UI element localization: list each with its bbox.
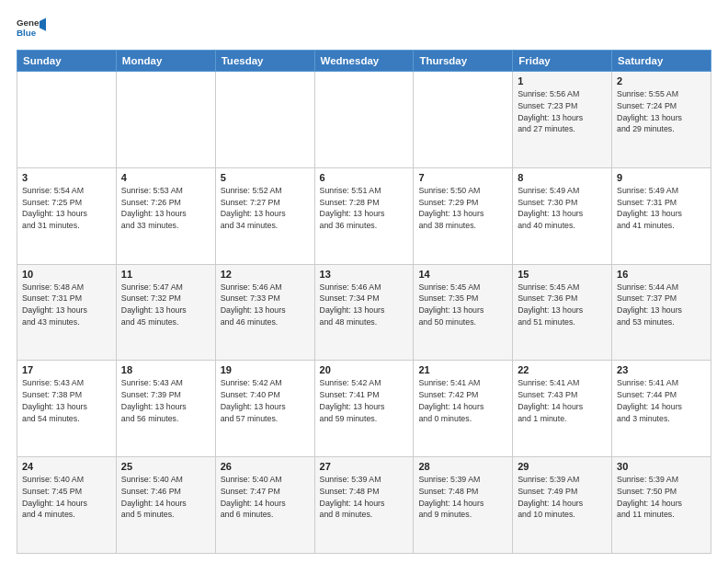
day-number: 7 xyxy=(418,172,507,183)
day-info: Sunrise: 5:40 AMSunset: 7:46 PMDaylight:… xyxy=(121,474,210,521)
day-number: 4 xyxy=(121,172,210,183)
day-number: 28 xyxy=(418,461,507,472)
day-info: Sunrise: 5:46 AMSunset: 7:34 PMDaylight:… xyxy=(320,282,409,328)
day-cell: 19Sunrise: 5:42 AMSunset: 7:40 PMDayligh… xyxy=(215,361,314,457)
day-number: 12 xyxy=(221,269,310,280)
day-cell: 10Sunrise: 5:48 AMSunset: 7:31 PMDayligh… xyxy=(17,264,117,361)
day-number: 29 xyxy=(518,461,607,472)
day-cell: 30Sunrise: 5:39 AMSunset: 7:50 PMDayligh… xyxy=(612,457,711,554)
day-info: Sunrise: 5:44 AMSunset: 7:37 PMDaylight:… xyxy=(617,282,706,328)
day-number: 8 xyxy=(518,172,607,183)
weekday-header-thursday: Thursday xyxy=(414,51,513,72)
day-cell: 11Sunrise: 5:47 AMSunset: 7:32 PMDayligh… xyxy=(116,264,215,361)
day-cell xyxy=(116,72,215,168)
day-cell: 17Sunrise: 5:43 AMSunset: 7:38 PMDayligh… xyxy=(17,361,117,457)
day-number: 25 xyxy=(121,461,210,472)
day-cell: 7Sunrise: 5:50 AMSunset: 7:29 PMDaylight… xyxy=(414,167,513,264)
day-cell xyxy=(314,72,414,168)
day-info: Sunrise: 5:45 AMSunset: 7:36 PMDaylight:… xyxy=(518,282,607,328)
day-info: Sunrise: 5:39 AMSunset: 7:48 PMDaylight:… xyxy=(418,474,507,521)
day-info: Sunrise: 5:41 AMSunset: 7:42 PMDaylight:… xyxy=(418,377,507,424)
day-number: 5 xyxy=(221,172,310,183)
day-number: 9 xyxy=(617,172,706,183)
day-cell: 14Sunrise: 5:45 AMSunset: 7:35 PMDayligh… xyxy=(414,264,513,361)
weekday-header-sunday: Sunday xyxy=(17,51,117,72)
week-row-2: 3Sunrise: 5:54 AMSunset: 7:25 PMDaylight… xyxy=(17,167,711,264)
week-row-3: 10Sunrise: 5:48 AMSunset: 7:31 PMDayligh… xyxy=(17,264,711,361)
day-cell: 20Sunrise: 5:42 AMSunset: 7:41 PMDayligh… xyxy=(314,361,414,457)
day-cell: 5Sunrise: 5:52 AMSunset: 7:27 PMDaylight… xyxy=(215,167,314,264)
day-number: 11 xyxy=(121,269,210,280)
weekday-header-saturday: Saturday xyxy=(612,51,711,72)
day-cell: 16Sunrise: 5:44 AMSunset: 7:37 PMDayligh… xyxy=(612,264,711,361)
day-info: Sunrise: 5:42 AMSunset: 7:40 PMDaylight:… xyxy=(221,377,310,424)
calendar-page: General Blue SundayMondayTuesdayWednesda… xyxy=(0,0,728,563)
day-cell: 18Sunrise: 5:43 AMSunset: 7:39 PMDayligh… xyxy=(116,361,215,457)
day-cell: 15Sunrise: 5:45 AMSunset: 7:36 PMDayligh… xyxy=(513,264,612,361)
day-info: Sunrise: 5:41 AMSunset: 7:44 PMDaylight:… xyxy=(617,377,706,424)
day-info: Sunrise: 5:54 AMSunset: 7:25 PMDaylight:… xyxy=(22,185,111,232)
day-info: Sunrise: 5:45 AMSunset: 7:35 PMDaylight:… xyxy=(418,282,507,328)
day-number: 26 xyxy=(221,461,310,472)
day-info: Sunrise: 5:42 AMSunset: 7:41 PMDaylight:… xyxy=(320,377,409,424)
day-info: Sunrise: 5:51 AMSunset: 7:28 PMDaylight:… xyxy=(320,185,409,232)
day-number: 1 xyxy=(518,75,607,86)
day-info: Sunrise: 5:40 AMSunset: 7:45 PMDaylight:… xyxy=(22,474,111,521)
day-info: Sunrise: 5:56 AMSunset: 7:23 PMDaylight:… xyxy=(518,88,607,135)
day-cell: 4Sunrise: 5:53 AMSunset: 7:26 PMDaylight… xyxy=(116,167,215,264)
day-info: Sunrise: 5:40 AMSunset: 7:47 PMDaylight:… xyxy=(221,474,310,521)
logo: General Blue xyxy=(17,15,46,44)
day-number: 21 xyxy=(418,364,507,375)
day-number: 18 xyxy=(121,364,210,375)
day-number: 15 xyxy=(518,269,607,280)
day-number: 17 xyxy=(22,364,111,375)
day-number: 22 xyxy=(518,364,607,375)
day-cell: 25Sunrise: 5:40 AMSunset: 7:46 PMDayligh… xyxy=(116,457,215,554)
day-info: Sunrise: 5:53 AMSunset: 7:26 PMDaylight:… xyxy=(121,185,210,232)
day-number: 13 xyxy=(320,269,409,280)
day-cell: 23Sunrise: 5:41 AMSunset: 7:44 PMDayligh… xyxy=(612,361,711,457)
day-info: Sunrise: 5:39 AMSunset: 7:48 PMDaylight:… xyxy=(320,474,409,521)
day-number: 14 xyxy=(418,269,507,280)
day-cell: 13Sunrise: 5:46 AMSunset: 7:34 PMDayligh… xyxy=(314,264,414,361)
weekday-header-tuesday: Tuesday xyxy=(215,51,314,72)
day-number: 16 xyxy=(617,269,706,280)
day-info: Sunrise: 5:39 AMSunset: 7:50 PMDaylight:… xyxy=(617,474,706,521)
day-cell: 1Sunrise: 5:56 AMSunset: 7:23 PMDaylight… xyxy=(513,72,612,168)
day-info: Sunrise: 5:43 AMSunset: 7:38 PMDaylight:… xyxy=(22,377,111,424)
day-cell: 28Sunrise: 5:39 AMSunset: 7:48 PMDayligh… xyxy=(414,457,513,554)
weekday-header-monday: Monday xyxy=(116,51,215,72)
day-number: 24 xyxy=(22,461,111,472)
day-number: 19 xyxy=(221,364,310,375)
day-number: 20 xyxy=(320,364,409,375)
day-cell: 21Sunrise: 5:41 AMSunset: 7:42 PMDayligh… xyxy=(414,361,513,457)
day-cell: 2Sunrise: 5:55 AMSunset: 7:24 PMDaylight… xyxy=(612,72,711,168)
day-cell: 12Sunrise: 5:46 AMSunset: 7:33 PMDayligh… xyxy=(215,264,314,361)
day-cell: 24Sunrise: 5:40 AMSunset: 7:45 PMDayligh… xyxy=(17,457,117,554)
day-number: 23 xyxy=(617,364,706,375)
day-number: 27 xyxy=(320,461,409,472)
day-number: 3 xyxy=(22,172,111,183)
weekday-header-row: SundayMondayTuesdayWednesdayThursdayFrid… xyxy=(17,51,711,72)
day-cell: 8Sunrise: 5:49 AMSunset: 7:30 PMDaylight… xyxy=(513,167,612,264)
day-cell: 26Sunrise: 5:40 AMSunset: 7:47 PMDayligh… xyxy=(215,457,314,554)
day-cell xyxy=(414,72,513,168)
day-info: Sunrise: 5:50 AMSunset: 7:29 PMDaylight:… xyxy=(418,185,507,232)
day-cell xyxy=(215,72,314,168)
day-cell: 6Sunrise: 5:51 AMSunset: 7:28 PMDaylight… xyxy=(314,167,414,264)
day-info: Sunrise: 5:55 AMSunset: 7:24 PMDaylight:… xyxy=(617,88,706,135)
day-cell: 29Sunrise: 5:39 AMSunset: 7:49 PMDayligh… xyxy=(513,457,612,554)
day-info: Sunrise: 5:49 AMSunset: 7:31 PMDaylight:… xyxy=(617,185,706,232)
day-info: Sunrise: 5:41 AMSunset: 7:43 PMDaylight:… xyxy=(518,377,607,424)
week-row-5: 24Sunrise: 5:40 AMSunset: 7:45 PMDayligh… xyxy=(17,457,711,554)
day-info: Sunrise: 5:43 AMSunset: 7:39 PMDaylight:… xyxy=(121,377,210,424)
calendar-table: SundayMondayTuesdayWednesdayThursdayFrid… xyxy=(17,50,711,554)
day-cell: 27Sunrise: 5:39 AMSunset: 7:48 PMDayligh… xyxy=(314,457,414,554)
day-number: 6 xyxy=(320,172,409,183)
week-row-1: 1Sunrise: 5:56 AMSunset: 7:23 PMDaylight… xyxy=(17,72,711,168)
header: General Blue xyxy=(17,15,711,44)
weekday-header-wednesday: Wednesday xyxy=(314,51,414,72)
day-info: Sunrise: 5:39 AMSunset: 7:49 PMDaylight:… xyxy=(518,474,607,521)
day-info: Sunrise: 5:47 AMSunset: 7:32 PMDaylight:… xyxy=(121,282,210,328)
day-number: 30 xyxy=(617,461,706,472)
